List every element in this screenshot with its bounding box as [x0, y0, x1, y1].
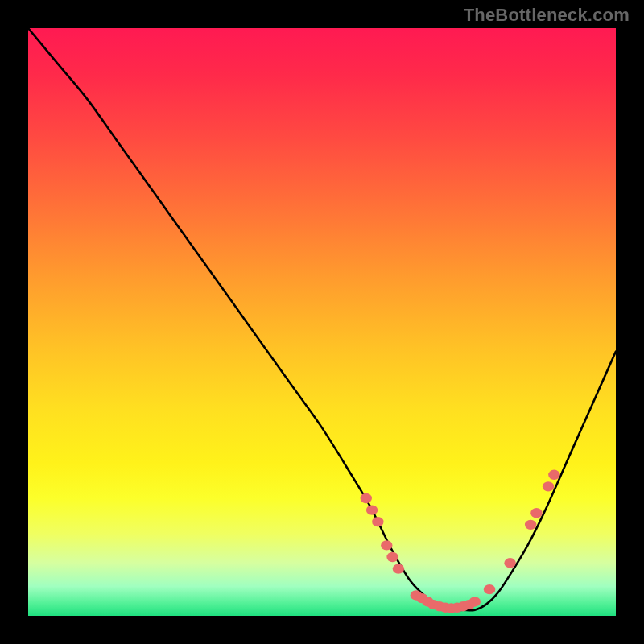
- curve-marker: [381, 540, 392, 550]
- chart-plot-area: [28, 28, 616, 616]
- curve-marker: [543, 481, 554, 491]
- curve-marker: [386, 552, 398, 562]
- curve-marker: [372, 517, 383, 526]
- curve-marker: [393, 564, 404, 573]
- curve-marker: [484, 584, 495, 594]
- chart-svg: [28, 28, 616, 616]
- curve-marker: [504, 558, 515, 568]
- curve-marker: [366, 505, 378, 514]
- curve-marker: [525, 520, 536, 530]
- curve-marker: [548, 470, 559, 480]
- watermark-text: TheBottleneck.com: [464, 5, 630, 26]
- curve-marker: [469, 597, 481, 606]
- curve-marker: [530, 508, 542, 518]
- curve-marker: [361, 493, 372, 503]
